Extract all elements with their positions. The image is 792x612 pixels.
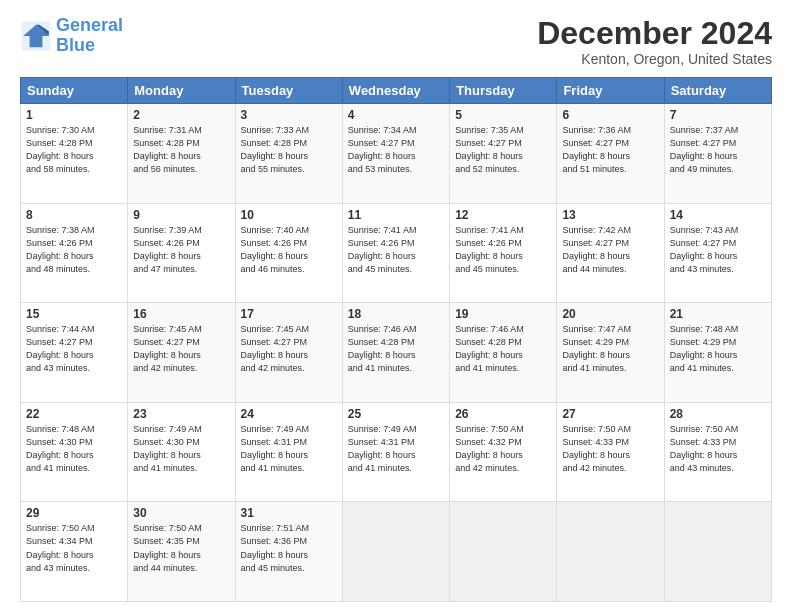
logo-text: General Blue bbox=[56, 16, 123, 56]
day-number: 7 bbox=[670, 108, 766, 122]
calendar-cell: 19Sunrise: 7:46 AMSunset: 4:28 PMDayligh… bbox=[450, 303, 557, 403]
day-number: 30 bbox=[133, 506, 229, 520]
calendar-cell: 15Sunrise: 7:44 AMSunset: 4:27 PMDayligh… bbox=[21, 303, 128, 403]
calendar-cell: 16Sunrise: 7:45 AMSunset: 4:27 PMDayligh… bbox=[128, 303, 235, 403]
day-info: Sunrise: 7:33 AMSunset: 4:28 PMDaylight:… bbox=[241, 124, 337, 176]
day-info: Sunrise: 7:37 AMSunset: 4:27 PMDaylight:… bbox=[670, 124, 766, 176]
calendar-day-header: Thursday bbox=[450, 78, 557, 104]
day-number: 25 bbox=[348, 407, 444, 421]
day-number: 4 bbox=[348, 108, 444, 122]
day-info: Sunrise: 7:38 AMSunset: 4:26 PMDaylight:… bbox=[26, 224, 122, 276]
calendar-cell: 29Sunrise: 7:50 AMSunset: 4:34 PMDayligh… bbox=[21, 502, 128, 602]
page: General Blue December 2024 Kenton, Orego… bbox=[0, 0, 792, 612]
calendar-cell: 5Sunrise: 7:35 AMSunset: 4:27 PMDaylight… bbox=[450, 104, 557, 204]
calendar-week-row: 22Sunrise: 7:48 AMSunset: 4:30 PMDayligh… bbox=[21, 402, 772, 502]
calendar-cell: 7Sunrise: 7:37 AMSunset: 4:27 PMDaylight… bbox=[664, 104, 771, 204]
day-info: Sunrise: 7:50 AMSunset: 4:34 PMDaylight:… bbox=[26, 522, 122, 574]
main-title: December 2024 bbox=[537, 16, 772, 51]
calendar-cell bbox=[557, 502, 664, 602]
calendar-cell: 30Sunrise: 7:50 AMSunset: 4:35 PMDayligh… bbox=[128, 502, 235, 602]
day-info: Sunrise: 7:43 AMSunset: 4:27 PMDaylight:… bbox=[670, 224, 766, 276]
day-number: 9 bbox=[133, 208, 229, 222]
day-info: Sunrise: 7:46 AMSunset: 4:28 PMDaylight:… bbox=[455, 323, 551, 375]
logo-line1: General bbox=[56, 15, 123, 35]
calendar-week-row: 8Sunrise: 7:38 AMSunset: 4:26 PMDaylight… bbox=[21, 203, 772, 303]
calendar-cell: 24Sunrise: 7:49 AMSunset: 4:31 PMDayligh… bbox=[235, 402, 342, 502]
calendar-week-row: 1Sunrise: 7:30 AMSunset: 4:28 PMDaylight… bbox=[21, 104, 772, 204]
day-info: Sunrise: 7:41 AMSunset: 4:26 PMDaylight:… bbox=[455, 224, 551, 276]
day-number: 27 bbox=[562, 407, 658, 421]
logo-line2: Blue bbox=[56, 35, 95, 55]
calendar-cell: 17Sunrise: 7:45 AMSunset: 4:27 PMDayligh… bbox=[235, 303, 342, 403]
day-info: Sunrise: 7:46 AMSunset: 4:28 PMDaylight:… bbox=[348, 323, 444, 375]
calendar-cell: 27Sunrise: 7:50 AMSunset: 4:33 PMDayligh… bbox=[557, 402, 664, 502]
day-number: 21 bbox=[670, 307, 766, 321]
calendar-cell: 6Sunrise: 7:36 AMSunset: 4:27 PMDaylight… bbox=[557, 104, 664, 204]
day-info: Sunrise: 7:50 AMSunset: 4:35 PMDaylight:… bbox=[133, 522, 229, 574]
day-number: 16 bbox=[133, 307, 229, 321]
day-number: 13 bbox=[562, 208, 658, 222]
day-number: 8 bbox=[26, 208, 122, 222]
day-number: 24 bbox=[241, 407, 337, 421]
calendar-cell: 13Sunrise: 7:42 AMSunset: 4:27 PMDayligh… bbox=[557, 203, 664, 303]
calendar-cell: 11Sunrise: 7:41 AMSunset: 4:26 PMDayligh… bbox=[342, 203, 449, 303]
calendar-cell: 1Sunrise: 7:30 AMSunset: 4:28 PMDaylight… bbox=[21, 104, 128, 204]
calendar-header-row: SundayMondayTuesdayWednesdayThursdayFrid… bbox=[21, 78, 772, 104]
calendar-cell bbox=[342, 502, 449, 602]
day-info: Sunrise: 7:39 AMSunset: 4:26 PMDaylight:… bbox=[133, 224, 229, 276]
calendar-table: SundayMondayTuesdayWednesdayThursdayFrid… bbox=[20, 77, 772, 602]
logo-icon bbox=[20, 20, 52, 52]
calendar-cell: 8Sunrise: 7:38 AMSunset: 4:26 PMDaylight… bbox=[21, 203, 128, 303]
day-number: 26 bbox=[455, 407, 551, 421]
day-number: 22 bbox=[26, 407, 122, 421]
day-number: 20 bbox=[562, 307, 658, 321]
day-info: Sunrise: 7:34 AMSunset: 4:27 PMDaylight:… bbox=[348, 124, 444, 176]
calendar-cell: 21Sunrise: 7:48 AMSunset: 4:29 PMDayligh… bbox=[664, 303, 771, 403]
subtitle: Kenton, Oregon, United States bbox=[537, 51, 772, 67]
calendar-cell: 14Sunrise: 7:43 AMSunset: 4:27 PMDayligh… bbox=[664, 203, 771, 303]
day-info: Sunrise: 7:44 AMSunset: 4:27 PMDaylight:… bbox=[26, 323, 122, 375]
day-number: 18 bbox=[348, 307, 444, 321]
day-info: Sunrise: 7:48 AMSunset: 4:29 PMDaylight:… bbox=[670, 323, 766, 375]
day-info: Sunrise: 7:49 AMSunset: 4:31 PMDaylight:… bbox=[241, 423, 337, 475]
day-number: 19 bbox=[455, 307, 551, 321]
calendar-day-header: Tuesday bbox=[235, 78, 342, 104]
calendar-cell: 12Sunrise: 7:41 AMSunset: 4:26 PMDayligh… bbox=[450, 203, 557, 303]
day-info: Sunrise: 7:49 AMSunset: 4:31 PMDaylight:… bbox=[348, 423, 444, 475]
day-number: 1 bbox=[26, 108, 122, 122]
day-number: 31 bbox=[241, 506, 337, 520]
calendar-cell: 23Sunrise: 7:49 AMSunset: 4:30 PMDayligh… bbox=[128, 402, 235, 502]
day-number: 3 bbox=[241, 108, 337, 122]
day-number: 29 bbox=[26, 506, 122, 520]
calendar-cell: 20Sunrise: 7:47 AMSunset: 4:29 PMDayligh… bbox=[557, 303, 664, 403]
calendar-day-header: Monday bbox=[128, 78, 235, 104]
calendar-cell: 28Sunrise: 7:50 AMSunset: 4:33 PMDayligh… bbox=[664, 402, 771, 502]
calendar-cell: 25Sunrise: 7:49 AMSunset: 4:31 PMDayligh… bbox=[342, 402, 449, 502]
calendar-week-row: 15Sunrise: 7:44 AMSunset: 4:27 PMDayligh… bbox=[21, 303, 772, 403]
day-info: Sunrise: 7:30 AMSunset: 4:28 PMDaylight:… bbox=[26, 124, 122, 176]
day-info: Sunrise: 7:31 AMSunset: 4:28 PMDaylight:… bbox=[133, 124, 229, 176]
calendar-day-header: Wednesday bbox=[342, 78, 449, 104]
day-info: Sunrise: 7:40 AMSunset: 4:26 PMDaylight:… bbox=[241, 224, 337, 276]
calendar-day-header: Friday bbox=[557, 78, 664, 104]
calendar-cell: 9Sunrise: 7:39 AMSunset: 4:26 PMDaylight… bbox=[128, 203, 235, 303]
calendar-cell: 22Sunrise: 7:48 AMSunset: 4:30 PMDayligh… bbox=[21, 402, 128, 502]
day-number: 6 bbox=[562, 108, 658, 122]
calendar-cell: 18Sunrise: 7:46 AMSunset: 4:28 PMDayligh… bbox=[342, 303, 449, 403]
day-info: Sunrise: 7:51 AMSunset: 4:36 PMDaylight:… bbox=[241, 522, 337, 574]
day-number: 12 bbox=[455, 208, 551, 222]
calendar-cell: 31Sunrise: 7:51 AMSunset: 4:36 PMDayligh… bbox=[235, 502, 342, 602]
day-info: Sunrise: 7:50 AMSunset: 4:32 PMDaylight:… bbox=[455, 423, 551, 475]
calendar-cell: 2Sunrise: 7:31 AMSunset: 4:28 PMDaylight… bbox=[128, 104, 235, 204]
day-info: Sunrise: 7:49 AMSunset: 4:30 PMDaylight:… bbox=[133, 423, 229, 475]
day-info: Sunrise: 7:36 AMSunset: 4:27 PMDaylight:… bbox=[562, 124, 658, 176]
day-info: Sunrise: 7:42 AMSunset: 4:27 PMDaylight:… bbox=[562, 224, 658, 276]
day-info: Sunrise: 7:45 AMSunset: 4:27 PMDaylight:… bbox=[133, 323, 229, 375]
day-info: Sunrise: 7:48 AMSunset: 4:30 PMDaylight:… bbox=[26, 423, 122, 475]
day-number: 10 bbox=[241, 208, 337, 222]
day-info: Sunrise: 7:47 AMSunset: 4:29 PMDaylight:… bbox=[562, 323, 658, 375]
calendar-cell: 26Sunrise: 7:50 AMSunset: 4:32 PMDayligh… bbox=[450, 402, 557, 502]
day-number: 11 bbox=[348, 208, 444, 222]
day-number: 14 bbox=[670, 208, 766, 222]
calendar-cell bbox=[664, 502, 771, 602]
